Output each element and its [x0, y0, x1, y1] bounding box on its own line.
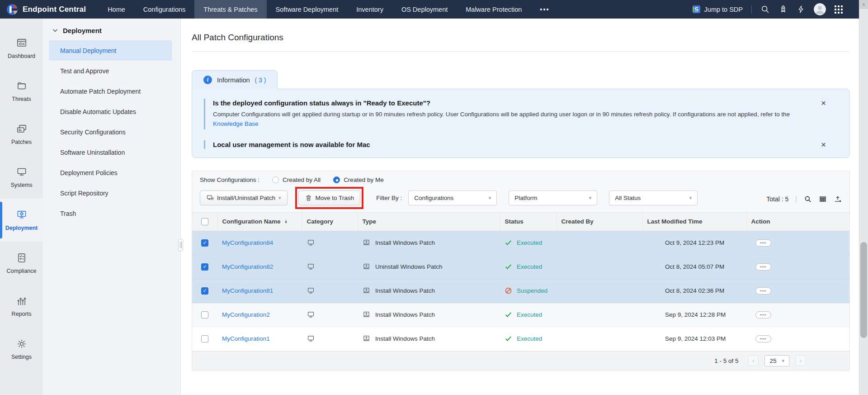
- nav-home[interactable]: Home: [99, 0, 134, 19]
- column-chooser-grid-icon[interactable]: [819, 195, 827, 203]
- radio-created-by-me[interactable]: Created by Me: [333, 176, 384, 183]
- last-modified-time: Oct 8, 2024 02:36 PM: [642, 279, 746, 303]
- total-count-label: Total : 5: [766, 195, 788, 203]
- install-uninstall-patch-button[interactable]: Install/Uninstall Patch ▾: [200, 190, 288, 205]
- menu-item-script-repository[interactable]: Script Repository: [49, 183, 172, 203]
- close-icon[interactable]: ×: [821, 99, 826, 107]
- filter-status-select[interactable]: All Status ▾: [609, 190, 698, 205]
- status-link[interactable]: Suspended: [517, 287, 547, 294]
- menu-item-manual-deployment[interactable]: Manual Deployment: [49, 40, 172, 61]
- nav-inventory[interactable]: Inventory: [347, 0, 392, 19]
- knowledge-base-link[interactable]: Knowledge Base: [213, 120, 259, 127]
- scrollbar-up-arrow[interactable]: ˄: [859, 0, 868, 9]
- chevron-down-icon: ▾: [589, 195, 592, 200]
- page-size-select[interactable]: 25 ▾: [764, 355, 789, 366]
- pagination-bar: 1 - 5 of 5 ‹ 25 ▾ ›: [192, 351, 849, 370]
- apps-grid-icon[interactable]: [835, 5, 843, 14]
- nav-os-deployment[interactable]: OS Deployment: [392, 0, 457, 19]
- filter-by-label: Filter By :: [376, 195, 402, 201]
- menu-item-software-uninstallation[interactable]: Software Uninstallation: [49, 142, 172, 162]
- table-row: MyConfiguration1 Install Windows Patch E…: [192, 327, 849, 351]
- radio-icon[interactable]: [333, 176, 340, 183]
- announcement-rocket-icon[interactable]: [778, 5, 788, 14]
- computer-category-icon: [307, 334, 353, 343]
- select-all-checkbox[interactable]: [201, 218, 208, 225]
- rail-item-settings[interactable]: Settings: [0, 328, 43, 371]
- move-to-trash-button[interactable]: Move to Trash: [298, 190, 361, 205]
- user-avatar[interactable]: [814, 3, 826, 15]
- row-actions-ellipsis-button[interactable]: •••: [755, 239, 771, 247]
- menu-header-deployment[interactable]: Deployment: [43, 27, 180, 34]
- tab-information[interactable]: i Information ( 3 ): [192, 70, 278, 89]
- move-to-trash-wrap: Move to Trash: [298, 190, 361, 205]
- info-icon: i: [203, 76, 212, 84]
- radio-created-by-all[interactable]: Created by All: [272, 176, 321, 183]
- menu-item-security-configurations[interactable]: Security Configurations: [49, 122, 172, 142]
- computer-category-icon: [307, 238, 353, 247]
- configurations-table: Configuration Name▲▼ Category Type Statu…: [192, 212, 849, 351]
- computer-category-icon: [307, 262, 353, 271]
- page-scrollbar[interactable]: ˄: [859, 0, 868, 395]
- row-checkbox[interactable]: ✓: [201, 263, 208, 271]
- menu-item-trash[interactable]: Trash: [49, 203, 172, 224]
- rail-item-dashboard[interactable]: Dashboard: [0, 27, 43, 70]
- rail-item-compliance[interactable]: Compliance: [0, 242, 43, 285]
- rail-item-threats[interactable]: Threats: [0, 70, 43, 113]
- row-checkbox[interactable]: ✓: [201, 287, 208, 295]
- row-actions-ellipsis-button[interactable]: •••: [755, 335, 771, 343]
- next-page-button[interactable]: ›: [795, 355, 806, 366]
- configuration-name-link[interactable]: MyConfiguration2: [222, 311, 270, 318]
- rail-item-patches[interactable]: Patches: [0, 113, 43, 156]
- scrollbar-thumb[interactable]: [860, 242, 867, 338]
- nav-more-ellipsis-icon[interactable]: •••: [531, 0, 558, 19]
- panel-resize-handle[interactable]: [178, 239, 183, 251]
- sort-icon[interactable]: ▲▼: [284, 219, 288, 224]
- row-checkbox[interactable]: ✓: [201, 239, 208, 247]
- status-link[interactable]: Executed: [517, 239, 542, 246]
- radio-icon[interactable]: [272, 176, 279, 183]
- rail-item-systems[interactable]: Systems: [0, 156, 43, 199]
- previous-page-button[interactable]: ‹: [748, 355, 759, 366]
- endpoint-central-logo-icon: [6, 4, 18, 15]
- status-link[interactable]: Executed: [517, 335, 542, 342]
- toolbar-right: Total : 5 |: [766, 192, 842, 203]
- status-link[interactable]: Executed: [517, 263, 542, 270]
- configuration-name-link[interactable]: MyConfiguration81: [222, 287, 273, 294]
- configuration-name-link[interactable]: MyConfiguration84: [222, 239, 273, 246]
- close-icon[interactable]: ×: [821, 140, 826, 149]
- menu-item-automate-patch-deployment[interactable]: Automate Patch Deployment: [49, 81, 172, 101]
- toolbar-separator: |: [795, 195, 797, 203]
- nav-software-deployment[interactable]: Software Deployment: [267, 0, 348, 19]
- row-checkbox[interactable]: [201, 311, 208, 319]
- filter-configurations-select[interactable]: Configurations ▾: [408, 190, 497, 205]
- configuration-name-link[interactable]: MyConfiguration1: [222, 335, 270, 342]
- compliance-icon: [16, 252, 28, 264]
- table-search-icon[interactable]: [804, 195, 812, 203]
- brand[interactable]: Endpoint Central: [0, 0, 99, 19]
- search-icon[interactable]: [760, 5, 770, 14]
- jump-to-sdp-button[interactable]: Jump to SDP: [692, 5, 743, 14]
- table-row: ✓ MyConfiguration82 Uninstall Windows Pa…: [192, 255, 849, 279]
- status-link[interactable]: Executed: [517, 311, 542, 318]
- last-modified-time: Oct 8, 2024 05:07 PM: [642, 255, 746, 279]
- filter-platform-select[interactable]: Platform ▾: [509, 190, 597, 205]
- menu-item-test-and-approve[interactable]: Test and Approve: [49, 61, 172, 81]
- export-icon[interactable]: [834, 195, 842, 203]
- rail-item-reports[interactable]: Reports: [0, 285, 43, 328]
- configuration-name-link[interactable]: MyConfiguration82: [222, 263, 273, 270]
- row-actions-ellipsis-button[interactable]: •••: [755, 287, 771, 295]
- nav-threats-and-patches[interactable]: Threats & Patches: [194, 0, 266, 19]
- nav-malware-protection[interactable]: Malware Protection: [457, 0, 531, 19]
- rail-item-deployment[interactable]: Deployment: [0, 199, 43, 242]
- row-actions-ellipsis-button[interactable]: •••: [755, 263, 771, 271]
- lightning-bolt-icon[interactable]: [797, 5, 805, 14]
- table-row: MyConfiguration2 Install Windows Patch E…: [192, 303, 849, 327]
- nav-configurations[interactable]: Configurations: [134, 0, 195, 19]
- information-panel: Is the deployed configuration status alw…: [192, 89, 850, 158]
- menu-item-deployment-policies[interactable]: Deployment Policies: [49, 162, 172, 183]
- info-message-body: Computer Configurations will get applied…: [213, 110, 806, 129]
- row-actions-ellipsis-button[interactable]: •••: [755, 311, 771, 319]
- row-checkbox[interactable]: [201, 335, 208, 343]
- menu-item-disable-automatic-updates[interactable]: Disable Automatic Updates: [49, 101, 172, 122]
- dashboard-icon: [16, 37, 28, 49]
